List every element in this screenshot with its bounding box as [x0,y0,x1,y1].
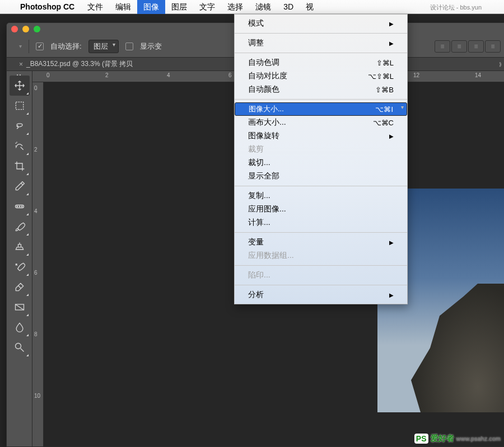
align-btn-2[interactable]: ≡ [451,40,467,53]
menu-item-label: 模式 [248,18,264,29]
align-btn-3[interactable]: ≡ [468,40,484,53]
menu-item-label: 图像旋转 [248,131,279,141]
menu-separator [235,53,407,53]
show-transform-checkbox[interactable] [125,43,133,50]
menu-item-label: 应用图像... [248,204,286,214]
show-transform-label: 显示变 [140,41,162,51]
eyedropper-tool[interactable] [10,176,30,196]
menu-image[interactable]: 图像 [137,0,165,14]
svg-point-2 [17,206,18,207]
menu-item[interactable]: 调整▶ [235,36,407,50]
menu-item-label: 复制... [248,191,270,201]
menu-item-shortcut: ⇧⌘L [376,59,394,67]
watermark-bottom: PS 爱好者 www.psahz.com [414,434,501,444]
menu-item[interactable]: 计算... [235,216,407,229]
menu-type[interactable]: 文字 [193,0,221,14]
menu-layer[interactable]: 图层 [165,0,193,14]
menu-item: 陷印... [235,269,407,282]
lasso-tool[interactable] [10,116,30,136]
menu-item-label: 自动颜色 [248,84,279,95]
svg-point-4 [21,206,22,207]
align-btn-4[interactable]: ≡ [485,40,501,53]
svg-point-6 [15,344,21,349]
submenu-arrow-icon: ▶ [389,239,394,246]
menu-item[interactable]: 分析▶ [235,288,407,302]
menu-file[interactable]: 文件 [81,0,109,14]
align-buttons: ≡ ≡ ≡ ≡ [435,40,501,53]
menu-item-label: 自动色调 [248,58,279,68]
submenu-arrow-icon: ▶ [389,40,394,46]
dodge-tool[interactable] [10,337,30,357]
svg-rect-0 [16,102,23,109]
submenu-arrow-icon: ▶ [389,133,394,139]
menu-item[interactable]: 变量▶ [235,236,407,249]
menu-item-label: 计算... [248,218,270,228]
menu-separator [235,186,407,186]
menu-separator [235,99,407,100]
tab-close-icon[interactable]: × [19,60,23,68]
watermark-ps-icon: PS [414,434,428,444]
gradient-tool[interactable] [10,297,30,317]
menu-filter[interactable]: 滤镜 [249,0,277,14]
menu-item: 裁剪 [235,143,407,156]
history-brush-tool[interactable] [10,257,30,277]
document-tab-title[interactable]: _B8A3152.psd @ 33.3% (背景 拷贝 [26,59,133,69]
window-minimize-button[interactable] [22,26,29,32]
menu-item-label: 图像大小... [249,104,284,114]
menu-item-label: 自动对比度 [248,71,287,81]
menu-item[interactable]: 图像大小...⌥⌘I [235,102,407,116]
mac-menubar: Photoshop CC 文件 编辑 图像 图层 文字 选择 滤镜 3D 视 [0,0,504,14]
menu-select[interactable]: 选择 [221,0,249,14]
blur-tool[interactable] [10,317,30,337]
svg-point-3 [19,206,20,207]
menu-edit[interactable]: 编辑 [109,0,137,14]
crop-tool[interactable] [10,156,30,176]
menu-item-label: 画布大小... [248,117,286,128]
menu-item-shortcut: ⌥⌘C [373,119,394,127]
app-name[interactable]: Photoshop CC [13,2,81,11]
menu-item-label: 应用数据组... [248,251,294,261]
menu-item-label: 显示全部 [248,171,279,181]
submenu-arrow-icon: ▶ [389,292,394,298]
brush-tool[interactable] [10,217,30,237]
menu-item-label: 裁切... [248,158,270,168]
menu-item-label: 陷印... [248,270,270,280]
align-btn-1[interactable]: ≡ [435,40,450,53]
menu-item[interactable]: 模式▶ [235,17,407,30]
menu-item[interactable]: 显示全部 [235,170,407,183]
window-zoom-button[interactable] [34,26,40,32]
menu-item-shortcut: ⌥⌘I [375,105,393,114]
quick-select-tool[interactable] [10,136,30,156]
menu-item[interactable]: 画布大小...⌥⌘C [235,116,407,129]
watermark-top: 设计论坛 - bbs.yun [430,3,482,12]
menu-item-label: 调整 [248,38,264,48]
menu-item-label: 分析 [248,290,264,300]
menu-item[interactable]: 复制... [235,189,407,203]
eraser-tool[interactable] [10,277,30,297]
menu-item[interactable]: 自动色调⇧⌘L [235,56,407,69]
autoselect-dropdown[interactable]: 图层 [88,40,119,53]
menu-item: 应用数据组... [235,249,407,262]
docswitch-icon[interactable]: ⟫ [499,62,502,67]
marquee-tool[interactable] [10,96,30,116]
menu-3d[interactable]: 3D [277,0,300,14]
menu-separator [235,265,407,266]
menu-item-shortcut: ⌥⇧⌘L [368,72,394,81]
menu-item[interactable]: 裁切... [235,156,407,170]
menu-item[interactable]: 应用图像... [235,203,407,216]
clone-stamp-tool[interactable] [10,237,30,257]
vertical-ruler[interactable]: 0 2 4 6 8 10 12 [32,82,44,446]
menu-view[interactable]: 视 [300,0,320,14]
healing-brush-tool[interactable] [10,196,30,217]
menu-item-label: 裁剪 [248,144,264,154]
move-tool[interactable] [10,76,30,96]
window-close-button[interactable] [11,26,18,32]
menu-item[interactable]: 自动颜色⇧⌘B [235,83,407,96]
menu-item[interactable]: 自动对比度⌥⇧⌘L [235,69,407,83]
autoselect-checkbox[interactable]: ✓ [36,43,44,50]
tools-panel: •• [7,71,32,446]
menu-item[interactable]: 图像旋转▶ [235,129,407,143]
menu-item-shortcut: ⇧⌘B [375,86,394,94]
image-menu-dropdown: 模式▶调整▶自动色调⇧⌘L自动对比度⌥⇧⌘L自动颜色⇧⌘B图像大小...⌥⌘I画… [234,14,408,304]
menu-separator [235,232,407,233]
